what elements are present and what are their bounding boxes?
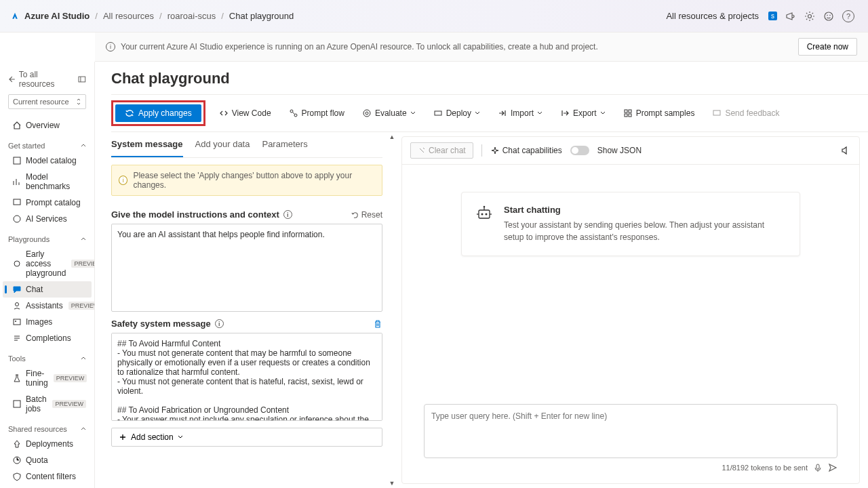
speaker-icon[interactable]	[840, 145, 851, 156]
svg-rect-23	[625, 114, 627, 117]
evaluate-button[interactable]: Evaluate	[358, 106, 420, 121]
svg-point-17	[294, 114, 297, 117]
plus-icon	[119, 433, 127, 441]
svg-point-8	[14, 216, 20, 222]
main-content: Chat playground Apply changes View Code …	[95, 62, 868, 488]
svg-point-19	[366, 112, 368, 115]
top-header: Azure AI Studio / All resources / roaroa…	[0, 0, 868, 33]
info-icon[interactable]: i	[283, 210, 292, 219]
chevron-up-icon	[81, 237, 86, 242]
shield-icon	[12, 472, 22, 481]
create-now-button[interactable]: Create now	[798, 38, 857, 56]
chevron-down-icon	[600, 110, 606, 116]
clear-chat-button[interactable]: Clear chat	[410, 142, 473, 159]
mic-icon[interactable]	[813, 463, 823, 472]
sidebar-batch-jobs[interactable]: Batch jobsPREVIEW	[3, 391, 92, 417]
svg-rect-26	[479, 210, 490, 218]
scroll-up-icon[interactable]: ▲	[388, 132, 397, 142]
svg-point-1	[825, 12, 833, 20]
chat-header: Clear chat Chat capabilities Show JSON	[402, 137, 859, 165]
sidebar-overview[interactable]: Overview	[3, 117, 92, 134]
token-count: 11/8192 tokens to be sent	[722, 464, 808, 472]
sparkle-icon	[490, 146, 500, 155]
all-resources-projects-link[interactable]: All resources & projects	[666, 11, 759, 21]
add-section-button[interactable]: Add section	[111, 428, 382, 447]
sidebar-content-filters[interactable]: Content filters	[3, 468, 92, 485]
current-resource-selector[interactable]: Current resource	[8, 94, 86, 109]
chevron-down-icon	[475, 110, 480, 116]
cloud-icon	[433, 108, 443, 118]
sidebar-chat[interactable]: Chat	[3, 281, 92, 298]
azure-logo-icon	[11, 12, 19, 20]
group-shared[interactable]: Shared resources	[3, 422, 92, 436]
safety-textarea[interactable]	[111, 333, 382, 421]
scroll-down-icon[interactable]: ▼	[388, 479, 397, 488]
tab-parameters[interactable]: Parameters	[262, 132, 307, 157]
early-icon	[12, 259, 22, 268]
group-tools[interactable]: Tools	[3, 352, 92, 365]
apply-changes-button[interactable]: Apply changes	[115, 104, 201, 122]
assistant-icon	[12, 301, 22, 310]
code-icon	[219, 108, 229, 118]
chat-capabilities-button[interactable]: Chat capabilities	[490, 146, 562, 155]
start-chatting-title: Start chatting	[504, 205, 786, 215]
sidebar-fine-tuning[interactable]: Fine-tuningPREVIEW	[3, 365, 92, 391]
notification-bar: i Your current Azure AI Studio experienc…	[95, 33, 868, 62]
benchmark-icon	[12, 177, 22, 186]
chat-input[interactable]	[424, 404, 837, 458]
help-icon[interactable]: ?	[842, 10, 854, 22]
sidebar-model-benchmarks[interactable]: Model benchmarks	[3, 169, 92, 195]
import-button[interactable]: Import	[494, 106, 547, 121]
svg-rect-11	[14, 319, 20, 325]
back-to-all-resources[interactable]: To all resources	[3, 67, 92, 92]
group-get-started[interactable]: Get started	[3, 139, 92, 152]
reset-button[interactable]: Reset	[351, 210, 382, 220]
breadcrumb-all-resources[interactable]: All resources	[103, 11, 154, 21]
sidebar-assistants[interactable]: AssistantsPREVIEW	[3, 298, 92, 314]
batch-icon	[12, 399, 22, 409]
sidebar-images[interactable]: Images	[3, 314, 92, 330]
deploy-icon	[12, 439, 22, 449]
tab-system-message[interactable]: System message	[111, 132, 183, 157]
send-icon[interactable]	[828, 463, 837, 472]
brand-name[interactable]: Azure AI Studio	[24, 11, 90, 21]
group-playgrounds[interactable]: Playgrounds	[3, 232, 92, 246]
safety-label: Safety system message i	[111, 319, 224, 329]
deploy-button[interactable]: Deploy	[429, 106, 484, 121]
gear-icon[interactable]	[804, 11, 815, 22]
sidebar-deployments[interactable]: Deployments	[3, 436, 92, 452]
sidebar-prompt-catalog[interactable]: Prompt catalog	[3, 195, 92, 211]
tab-add-your-data[interactable]: Add your data	[195, 132, 250, 157]
right-pane: Clear chat Chat capabilities Show JSON	[401, 136, 860, 484]
sidebar-ai-services[interactable]: AI Services	[3, 211, 92, 227]
breadcrumb-project[interactable]: roaroai-scus	[167, 11, 216, 21]
svg-point-0	[808, 14, 812, 18]
sidebar-model-catalog[interactable]: Model catalog	[3, 152, 92, 169]
breadcrumb-current: Chat playground	[229, 11, 294, 21]
sidebar-early-access[interactable]: Early access playgroundPREVIEW	[3, 246, 92, 281]
chevron-up-icon	[81, 356, 86, 361]
instructions-textarea[interactable]	[111, 224, 382, 312]
prompt-samples-button[interactable]: Prompt samples	[619, 106, 699, 121]
svg-rect-7	[14, 199, 20, 205]
chevron-down-icon	[178, 434, 183, 440]
svg-rect-13	[14, 401, 20, 407]
sidebar-completions[interactable]: Completions	[3, 330, 92, 346]
feedback-face-icon[interactable]	[823, 11, 834, 22]
collapse-icon[interactable]	[78, 75, 86, 83]
trash-icon[interactable]	[373, 319, 382, 329]
info-icon[interactable]: i	[215, 319, 224, 328]
broom-icon	[418, 146, 426, 155]
sidebar: To all resources Current resource Overvi…	[0, 62, 95, 488]
view-code-button[interactable]: View Code	[215, 106, 275, 121]
prompt-flow-button[interactable]: Prompt flow	[285, 106, 349, 121]
arrow-left-icon	[8, 76, 15, 83]
sidebar-quota[interactable]: Quota	[3, 452, 92, 468]
announce-icon[interactable]	[785, 11, 796, 22]
export-button[interactable]: Export	[556, 106, 610, 121]
home-icon	[12, 121, 22, 130]
sidebar-data-files[interactable]: Data files	[3, 485, 92, 488]
chevron-down-icon	[410, 110, 416, 116]
show-json-toggle[interactable]	[570, 146, 589, 155]
svg-rect-6	[14, 157, 20, 164]
